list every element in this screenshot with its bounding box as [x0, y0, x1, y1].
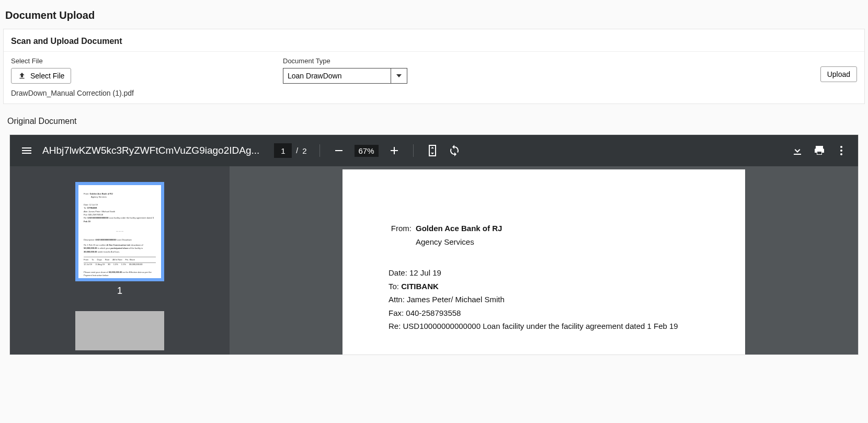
doc-date-line: Date: 12 Jul 19 [389, 266, 699, 280]
document-page-1: From: Golden Ace Bank of RJ Agency Servi… [342, 169, 745, 355]
document-type-label: Document Type [283, 57, 815, 65]
doc-re-line: Re: USD10000000000000 Loan facility unde… [389, 319, 699, 333]
zoom-in-icon[interactable] [388, 144, 401, 157]
doc-from-value: Golden Ace Bank of RJ [416, 222, 502, 235]
select-file-button[interactable]: Select File [11, 68, 71, 84]
toolbar-separator-2 [413, 144, 414, 157]
doc-to-label: To: [389, 282, 401, 291]
select-file-button-label: Select File [30, 72, 64, 80]
pdf-filename: AHbj7lwKZW5kc3RyZWFtCmVuZG9iago2IDAg... [42, 145, 259, 156]
fit-page-icon[interactable] [426, 144, 439, 157]
document-pane[interactable]: From: Golden Ace Bank of RJ Agency Servi… [230, 166, 858, 355]
upload-section-header: Scan and Upload Document [4, 29, 864, 52]
print-icon[interactable] [813, 144, 826, 157]
zoom-out-icon[interactable] [333, 144, 345, 157]
page-separator: / [296, 146, 298, 155]
doc-fax-line: Fax: 040-258793558 [389, 306, 699, 320]
more-icon[interactable] [835, 144, 848, 157]
caret-down-icon [396, 74, 402, 77]
upload-panel: Scan and Upload Document Select File Sel… [3, 29, 865, 104]
thumbnail-page-1[interactable]: From: Golden Ace Bank of RJ Agency Servi… [75, 182, 164, 281]
doc-from-sub: Agency Services [416, 235, 699, 249]
document-type-input[interactable] [283, 68, 391, 83]
zoom-percent[interactable]: 67% [355, 145, 379, 157]
doc-from-label: From: [389, 222, 412, 235]
svg-point-1 [840, 150, 842, 152]
pdf-toolbar: AHbj7lwKZW5kc3RyZWFtCmVuZG9iago2IDAg... … [10, 135, 858, 166]
pdf-body: From: Golden Ace Bank of RJ Agency Servi… [10, 166, 858, 355]
svg-point-0 [840, 146, 842, 148]
document-type-dropdown-button[interactable] [391, 68, 407, 83]
page-number-input[interactable] [274, 143, 292, 158]
document-type-combo[interactable] [283, 68, 407, 84]
toolbar-separator [319, 144, 320, 157]
thumbnail-page-1-number: 1 [117, 285, 122, 296]
doc-attn-line: Attn: James Peter/ Michael Smith [389, 293, 699, 306]
selected-filename: DrawDown_Manual Correction (1).pdf [11, 89, 278, 97]
thumbnail-page-2[interactable] [75, 311, 164, 350]
original-document-header: Original Document [0, 107, 868, 131]
page-title: Document Upload [0, 0, 868, 29]
menu-icon[interactable] [20, 144, 33, 157]
rotate-icon[interactable] [448, 144, 461, 157]
select-file-label: Select File [11, 57, 278, 65]
thumbnail-pane[interactable]: From: Golden Ace Bank of RJ Agency Servi… [10, 166, 230, 355]
page-indicator: / 2 [274, 143, 306, 158]
pdf-viewer: AHbj7lwKZW5kc3RyZWFtCmVuZG9iago2IDAg... … [9, 134, 859, 355]
page-total: 2 [302, 146, 306, 155]
download-icon[interactable] [791, 144, 804, 157]
svg-point-2 [840, 153, 842, 155]
upload-button[interactable]: Upload [820, 66, 857, 82]
upload-icon [18, 72, 26, 80]
upload-form-row: Select File Select File DrawDown_Manual … [4, 52, 864, 104]
doc-to-value: CITIBANK [401, 282, 439, 291]
